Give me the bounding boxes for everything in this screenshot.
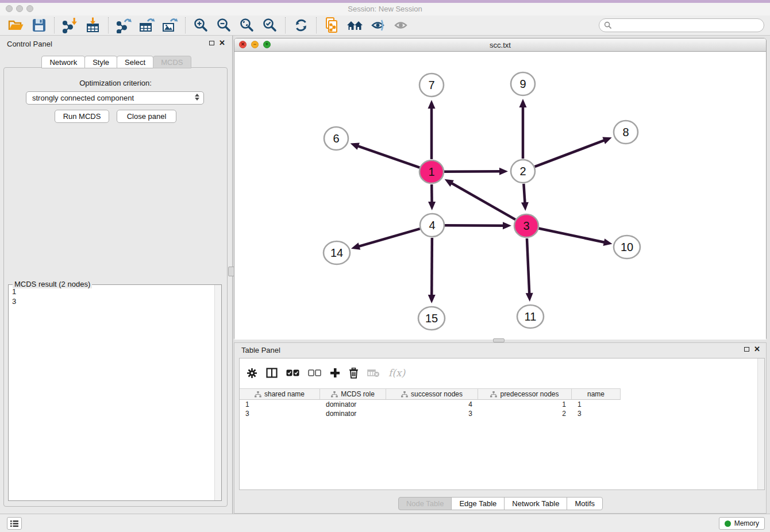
node-label: 4	[429, 219, 435, 232]
tab-edge-table[interactable]: Edge Table	[451, 497, 505, 510]
export-image-icon[interactable]	[159, 16, 182, 34]
export-table-icon[interactable]	[136, 16, 159, 34]
table-row[interactable]: 3dominator323	[240, 409, 757, 418]
delete-column-icon[interactable]	[349, 368, 359, 379]
graph-node-15[interactable]: 15	[418, 307, 445, 330]
graph-edge-1-7[interactable]	[428, 100, 436, 159]
graph-node-1[interactable]: 1	[419, 160, 444, 183]
select-all-icon[interactable]	[286, 369, 299, 376]
import-network-icon[interactable]	[59, 16, 82, 34]
graph-edge-1-2[interactable]	[444, 168, 508, 175]
column-type-icon	[331, 391, 338, 398]
criterion-dropdown[interactable]: strongly connected component	[26, 91, 204, 105]
graph-node-9[interactable]: 9	[511, 72, 535, 95]
cell-successor-nodes[interactable]: 4	[386, 400, 478, 408]
tab-network[interactable]: Network	[41, 56, 85, 68]
graph-node-4[interactable]: 4	[420, 214, 444, 237]
graph-node-14[interactable]: 14	[324, 241, 350, 264]
cell-name[interactable]: 3	[572, 410, 621, 418]
cell-mcds-role[interactable]: dominator	[320, 410, 386, 418]
column-header-successor-nodes[interactable]: successor nodes	[386, 388, 478, 400]
run-mcds-button[interactable]: Run MCDS	[55, 110, 109, 123]
task-history-button[interactable]	[7, 517, 22, 530]
table-row[interactable]: 1dominator411	[240, 400, 757, 409]
cell-shared-name[interactable]: 1	[240, 400, 320, 408]
tab-mcds[interactable]: MCDS	[153, 56, 191, 68]
export-network-icon[interactable]	[113, 16, 136, 34]
table-panel-tabs: Node TableEdge TableNetwork TableMotifs	[234, 497, 766, 510]
column-header-mcds-role[interactable]: MCDS role	[320, 388, 386, 400]
open-session-icon[interactable]	[5, 16, 28, 34]
mcds-result-list[interactable]: 13	[9, 287, 214, 499]
horizontal-splitter-handle[interactable]	[493, 338, 505, 342]
float-table-panel-icon[interactable]	[744, 347, 749, 352]
graph-node-6[interactable]: 6	[324, 127, 348, 150]
search-input[interactable]	[599, 18, 764, 32]
function-builder-icon[interactable]: f(x)	[388, 367, 405, 379]
graph-edge-3-11[interactable]	[526, 238, 533, 302]
split-columns-icon[interactable]	[266, 368, 278, 378]
cell-predecessor-nodes[interactable]: 1	[478, 400, 572, 408]
network-canvas[interactable]: 7968124314101511	[234, 52, 766, 340]
memory-button[interactable]: Memory	[719, 517, 765, 530]
column-header-name[interactable]: name	[572, 388, 621, 400]
cell-shared-name[interactable]: 3	[240, 410, 320, 418]
control-panel-title: Control Panel	[7, 40, 52, 48]
import-table-icon[interactable]	[82, 16, 105, 34]
close-table-panel-icon[interactable]: ✕	[754, 346, 760, 352]
graph-node-11[interactable]: 11	[517, 305, 544, 328]
show-panel-icon[interactable]	[390, 16, 413, 34]
control-panel: Control Panel ✕ NetworkStyleSelectMCDS O…	[0, 36, 232, 514]
graph-edge-1-4[interactable]	[428, 184, 436, 210]
home-icon[interactable]	[344, 16, 367, 34]
graph-edge-2-3[interactable]	[521, 184, 529, 211]
delete-table-icon[interactable]	[367, 369, 380, 377]
graph-node-10[interactable]: 10	[614, 236, 640, 259]
zoom-in-icon[interactable]	[190, 16, 213, 34]
tab-style[interactable]: Style	[84, 56, 117, 68]
graph-node-3[interactable]: 3	[514, 214, 538, 237]
graph-edge-4-15[interactable]	[428, 238, 436, 303]
column-type-icon	[401, 391, 408, 398]
zoom-selected-icon[interactable]	[259, 16, 282, 34]
graph-edge-4-3[interactable]	[445, 222, 511, 229]
refresh-layout-icon[interactable]	[290, 16, 313, 34]
graph-edge-2-9[interactable]	[519, 99, 527, 159]
zoom-fit-icon[interactable]	[236, 16, 259, 34]
tab-motifs[interactable]: Motifs	[567, 497, 603, 510]
add-column-icon[interactable]	[330, 368, 340, 378]
graph-edge-4-14[interactable]	[351, 229, 420, 250]
graph-edge-2-8[interactable]	[535, 137, 612, 167]
close-panel-icon[interactable]: ✕	[219, 40, 225, 46]
hide-panel-icon[interactable]	[367, 16, 390, 34]
cell-name[interactable]: 1	[572, 400, 621, 408]
graph-node-8[interactable]: 8	[614, 121, 638, 144]
column-header-shared-name[interactable]: shared name	[240, 388, 320, 400]
network-file-icon[interactable]	[321, 16, 344, 34]
graph-edge-3-10[interactable]	[539, 229, 613, 246]
float-panel-icon[interactable]	[209, 41, 214, 45]
session-title: Session: New Session	[0, 5, 770, 13]
cell-predecessor-nodes[interactable]: 2	[478, 410, 572, 418]
tab-network-table[interactable]: Network Table	[504, 497, 567, 510]
tab-select[interactable]: Select	[117, 56, 153, 68]
result-scrollbar[interactable]	[214, 285, 221, 500]
graph-edge-3-1[interactable]	[445, 179, 515, 219]
toolbar-separator	[316, 17, 317, 33]
save-session-icon[interactable]	[28, 16, 51, 34]
table-scrollbar[interactable]	[757, 358, 764, 489]
network-window-titlebar[interactable]: ✕ − + scc.txt	[234, 38, 766, 52]
zoom-out-icon[interactable]	[213, 16, 236, 34]
graph-edge-1-6[interactable]	[351, 142, 420, 167]
mcds-result-item: 1	[12, 287, 214, 296]
graph-node-7[interactable]: 7	[419, 74, 444, 97]
close-panel-button[interactable]: Close panel	[117, 110, 176, 123]
tab-node-table[interactable]: Node Table	[398, 497, 452, 510]
cell-mcds-role[interactable]: dominator	[320, 400, 386, 408]
column-header-predecessor-nodes[interactable]: predecessor nodes	[478, 388, 572, 400]
node-label: 1	[428, 165, 434, 178]
gear-icon[interactable]	[247, 368, 257, 379]
graph-node-2[interactable]: 2	[511, 160, 535, 183]
cell-successor-nodes[interactable]: 3	[386, 410, 478, 418]
deselect-all-icon[interactable]	[308, 369, 321, 376]
